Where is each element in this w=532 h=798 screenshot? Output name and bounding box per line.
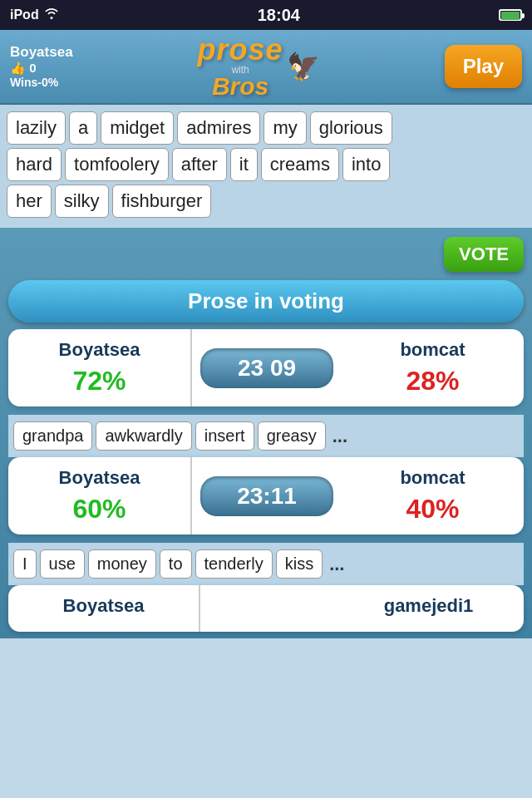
vote-section: VOTE Prose in voting Boyatsea 72% 23 09 … [0, 230, 532, 638]
logo-bros: Bros [198, 72, 283, 101]
word-tile[interactable]: hard [7, 148, 62, 181]
word-tile[interactable]: silky [55, 185, 109, 218]
vote-card-1: Boyatsea 72% 23 09 bomcat 28% [8, 329, 524, 406]
snippet-tile[interactable]: tenderly [195, 549, 273, 579]
logo-icon: 🦅 [287, 51, 320, 82]
player1-name-1: Boyatsea [8, 339, 190, 361]
snippet-tile[interactable]: use [40, 549, 85, 579]
player1-pct-1: 72% [8, 366, 190, 397]
snippet-tile[interactable]: greasy [258, 421, 326, 451]
snippet-tile[interactable]: kiss [276, 549, 323, 579]
vote-card-bottom: Boyatsea gamejedi1 [8, 585, 524, 632]
snippet-tile[interactable]: I [13, 549, 37, 579]
vote-players-2: Boyatsea 60% 23:11 bomcat 40% [8, 457, 524, 534]
vote-player-left-bottom: Boyatsea [8, 585, 200, 632]
thumb-icon: 👍 [10, 61, 26, 75]
user-info: Boyatsea 👍 0 Wins-0% [10, 44, 73, 89]
player2-name-2: bomcat [342, 467, 524, 489]
word-row-3: her silky fishburger [7, 185, 525, 218]
word-tile[interactable]: fishburger [112, 185, 212, 218]
word-tile[interactable]: lazily [7, 111, 66, 145]
word-area: lazily a midget admires my glorious hard… [0, 105, 532, 230]
bottom-player1-name: Boyatsea [8, 595, 199, 617]
word-row-2: hard tomfoolery after it creams into [7, 148, 525, 181]
word-snippet-1: grandpa awkwardly insert greasy ... [8, 415, 524, 457]
bottom-player2-name: gamejedi1 [333, 595, 524, 617]
status-time: 18:04 [258, 6, 300, 25]
word-row-1: lazily a midget admires my glorious [7, 111, 525, 145]
vote-player-left-2: Boyatsea 60% [8, 457, 192, 534]
vote-player-right-bottom: gamejedi1 [333, 585, 524, 632]
vote-timer-1: 23 09 [200, 348, 333, 388]
word-tile[interactable]: after [172, 148, 227, 181]
vote-player-left-1: Boyatsea 72% [8, 329, 192, 406]
player2-pct-1: 28% [342, 366, 524, 397]
word-tile[interactable]: midget [101, 111, 174, 145]
word-tile[interactable]: creams [261, 148, 339, 181]
device-label: iPod [10, 7, 39, 22]
vote-timer-2: 23:11 [200, 476, 333, 516]
vote-button[interactable]: VOTE [444, 237, 524, 272]
player2-pct-2: 40% [342, 494, 524, 525]
word-tile[interactable]: admires [177, 111, 260, 145]
ellipsis-1: ... [332, 426, 347, 447]
user-score: 0 [29, 61, 36, 75]
header: Boyatsea 👍 0 Wins-0% prose with Bros 🦅 P… [0, 30, 532, 105]
word-tile[interactable]: into [342, 148, 390, 181]
battery-icon [499, 9, 522, 21]
vote-player-right-2: bomcat 40% [342, 457, 524, 534]
word-tile[interactable]: her [7, 185, 52, 218]
word-tile[interactable]: a [69, 111, 97, 145]
word-snippet-2: I use money to tenderly kiss ... [8, 543, 524, 585]
vote-player-right-1: bomcat 28% [342, 329, 524, 406]
word-tile[interactable]: tomfoolery [65, 148, 169, 181]
logo-area: prose with Bros 🦅 [198, 32, 320, 101]
user-wins: Wins-0% [10, 76, 73, 89]
vote-players-1: Boyatsea 72% 23 09 bomcat 28% [8, 329, 524, 406]
prose-voting-label: Prose in voting [8, 280, 524, 323]
player1-pct-2: 60% [8, 494, 190, 525]
player1-name-2: Boyatsea [8, 467, 190, 489]
play-button[interactable]: Play [445, 45, 522, 88]
ellipsis-2: ... [329, 554, 344, 575]
status-bar: iPod 18:04 [0, 0, 532, 30]
snippet-tile[interactable]: grandpa [13, 421, 92, 451]
wifi-icon [44, 7, 59, 22]
player2-name-1: bomcat [342, 339, 524, 361]
vote-card-2: Boyatsea 60% 23:11 bomcat 40% [8, 457, 524, 534]
vote-players-bottom: Boyatsea gamejedi1 [8, 585, 524, 632]
snippet-tile[interactable]: insert [195, 421, 254, 451]
snippet-tile[interactable]: awkwardly [96, 421, 191, 451]
snippet-tile[interactable]: to [160, 549, 192, 579]
word-tile[interactable]: it [230, 148, 258, 181]
word-tile[interactable]: glorious [310, 111, 392, 145]
word-tile[interactable]: my [264, 111, 306, 145]
user-name: Boyatsea [10, 44, 73, 61]
user-score-row: 👍 0 [10, 61, 73, 76]
snippet-tile[interactable]: money [88, 549, 156, 579]
logo-prose: prose [198, 32, 283, 67]
